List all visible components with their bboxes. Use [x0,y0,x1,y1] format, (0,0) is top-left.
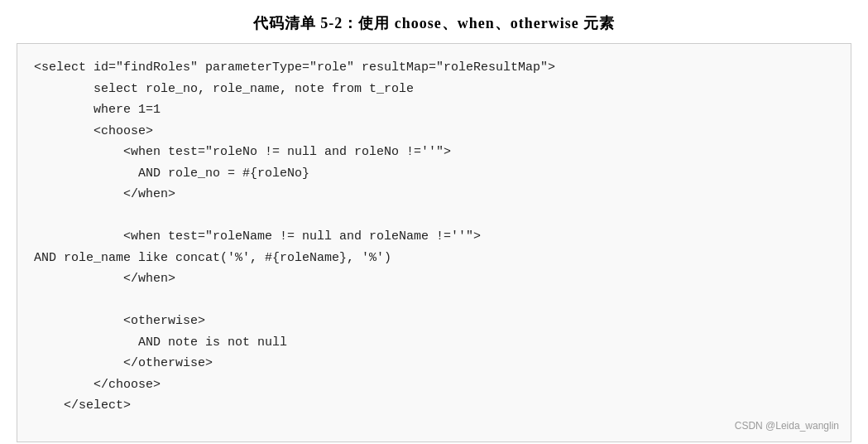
page-title: 代码清单 5-2：使用 choose、when、otherwise 元素 [253,13,615,33]
code-line: <select id="findRoles" parameterType="ro… [34,57,834,79]
code-line: AND note is not null [34,332,834,354]
code-line: </choose> [34,374,834,396]
code-line: </select> [34,395,834,417]
code-line: <otherwise> [34,311,834,332]
code-line [34,290,834,311]
code-line: <choose> [34,121,834,142]
code-block: <select id="findRoles" parameterType="ro… [17,43,851,442]
code-line: <when test="roleNo != null and roleNo !=… [34,142,834,163]
code-line: </when> [34,184,834,205]
code-line [34,205,834,227]
code-line: select role_no, role_name, note from t_r… [34,79,834,100]
code-line: AND role_name like concat('%', #{roleNam… [34,248,834,269]
code-line: </when> [34,268,834,290]
code-line: </otherwise> [34,353,834,374]
watermark: CSDN @Leida_wanglin [735,417,839,434]
code-line: AND role_no = #{roleNo} [34,163,834,185]
code-line: <when test="roleName != null and roleNam… [34,226,834,248]
code-line: where 1=1 [34,99,834,121]
